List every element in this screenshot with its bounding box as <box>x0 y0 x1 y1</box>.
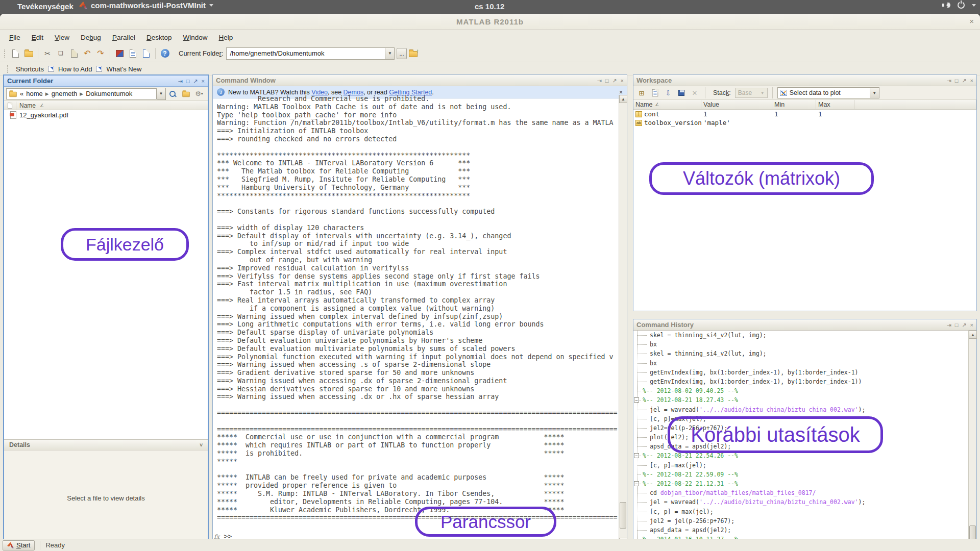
history-timestamp[interactable]: −%-- 2012-08-21 18.27.43 --% <box>633 395 976 405</box>
undo-button[interactable]: ↶ <box>81 47 94 60</box>
new-file-button[interactable] <box>9 47 22 60</box>
history-timestamp[interactable]: %-- 2012-08-02 09.40.25 --% <box>633 386 976 395</box>
maximize-icon[interactable]: □ <box>186 76 190 86</box>
command-history-vscrollbar[interactable]: ▲ ▼ <box>968 331 976 551</box>
clock[interactable]: cs 10.12 <box>475 2 504 11</box>
import-data-button[interactable]: ⇩ <box>663 88 674 98</box>
history-command[interactable]: [c, p]=max(jel); <box>633 461 976 470</box>
edit-variable-button[interactable] <box>649 88 660 98</box>
folder-up-button[interactable] <box>179 87 192 101</box>
plot-selector-combobox[interactable]: Select data to plot ▼ <box>777 87 879 98</box>
shortcut-whats-new[interactable]: What's New <box>106 65 141 73</box>
history-command[interactable]: getEnvIndex(img, bx(1:border_index-1), b… <box>633 368 976 377</box>
shortcut-how-to-add[interactable]: How to Add <box>58 65 92 73</box>
volume-icon[interactable] <box>942 2 950 9</box>
dock-icon[interactable]: ⇥ <box>178 76 182 86</box>
breadcrumb[interactable]: «home▶gnemeth▶Dokumentumok <box>6 88 157 99</box>
col-max[interactable]: Max <box>818 101 830 108</box>
history-command[interactable]: [c, p] = max(jel); <box>633 507 976 516</box>
undock-icon[interactable]: ↗ <box>193 76 198 86</box>
history-command[interactable]: jel = wavread('../../audio/biztu_china/b… <box>633 405 976 414</box>
redo-button[interactable]: ↷ <box>94 47 107 60</box>
history-command[interactable]: skel = thinning_si4_v2(lut, img); <box>633 331 976 340</box>
workspace-column-headers[interactable]: Name∠ Value Min Max <box>633 100 976 110</box>
window-close-icon[interactable]: × <box>969 17 974 26</box>
breadcrumb-item-dokumentumok[interactable]: Dokumentumok <box>86 90 132 97</box>
collapse-expander-icon[interactable]: − <box>634 453 639 458</box>
close-icon[interactable]: × <box>202 76 205 86</box>
name-column-header[interactable]: Name <box>19 102 36 109</box>
workspace-row-toolbox_version[interactable]: abtoolbox_version'maple' <box>633 118 976 127</box>
workspace-row-cont[interactable]: cont111 <box>633 110 976 118</box>
undock-icon[interactable]: ↗ <box>962 320 966 330</box>
scroll-up-icon[interactable]: ▲ <box>969 331 977 339</box>
simulink-button[interactable] <box>113 47 126 60</box>
col-name[interactable]: Name <box>635 101 652 108</box>
current-folder-header[interactable]: Current Folder ⇥ □ ↗ × <box>4 76 208 87</box>
sort-ascending-icon[interactable]: ∠ <box>40 103 44 108</box>
command-history-header[interactable]: Command History ⇥ □ ↗ × <box>633 319 976 331</box>
undock-icon[interactable]: ↗ <box>962 76 966 86</box>
activities-button[interactable]: Tevékenységek <box>17 2 74 11</box>
vscroll-thumb[interactable] <box>620 502 626 529</box>
menu-view[interactable]: View <box>50 32 75 43</box>
toolbar-drag-handle[interactable] <box>4 49 6 58</box>
menu-parallel[interactable]: Parallel <box>107 32 140 43</box>
details-collapse-icon[interactable]: ˅ <box>200 442 203 448</box>
breadcrumb-item-gnemeth[interactable]: gnemeth <box>52 90 78 97</box>
copy-button[interactable]: ❏ <box>54 47 67 60</box>
sort-ascending-icon[interactable]: ∠ <box>655 102 659 107</box>
command-window-output[interactable]: Research and Commercial use is prohibite… <box>217 95 619 544</box>
menu-window[interactable]: Window <box>178 32 212 43</box>
history-command[interactable]: jel = wavread('../../audio/biztu_china/b… <box>633 497 976 507</box>
breadcrumb-back[interactable]: « <box>20 90 23 97</box>
dock-icon[interactable]: ⇥ <box>946 76 951 86</box>
file-row[interactable]: 12_gyakorlat.pdf <box>4 110 208 120</box>
guide-button[interactable] <box>126 47 139 60</box>
file-list-header[interactable]: Name ∠ <box>4 101 208 110</box>
breadcrumb-item-home[interactable]: home <box>26 90 43 97</box>
workspace-header[interactable]: Workspace ⇥ □ ↗ × <box>633 75 976 86</box>
maximize-icon[interactable]: □ <box>955 76 959 86</box>
history-command[interactable]: jel2 = jel(p-256:p+767); <box>633 516 976 525</box>
menu-edit[interactable]: Edit <box>27 32 48 43</box>
browse-folder-button[interactable]: ... <box>397 48 406 59</box>
history-command[interactable]: skel = thinning_si4_v2(lut, img); <box>633 349 976 358</box>
close-icon[interactable]: × <box>970 320 973 330</box>
start-button[interactable]: Start <box>3 540 35 550</box>
command-window-vscrollbar[interactable]: ▲ ▼ <box>619 95 627 546</box>
command-window-header[interactable]: Command Window ⇥ □ ↗ × <box>213 75 627 86</box>
app-menu[interactable]: com-mathworks-util-PostVMInit <box>79 1 213 10</box>
power-icon[interactable] <box>958 2 965 9</box>
menu-file[interactable]: File <box>4 32 26 43</box>
scroll-up-icon[interactable]: ▲ <box>619 95 627 103</box>
history-command[interactable]: bx <box>633 340 976 349</box>
collapse-expander-icon[interactable]: − <box>634 481 639 486</box>
history-command[interactable]: getEnvIndex(img, bx(1:border_index-1), b… <box>633 377 976 386</box>
profiler-button[interactable] <box>139 47 153 60</box>
menu-help[interactable]: Help <box>214 32 238 43</box>
search-button[interactable] <box>166 87 179 101</box>
current-folder-dropdown-icon[interactable]: ▼ <box>385 48 394 59</box>
up-folder-button[interactable]: ↑ <box>407 47 420 60</box>
col-min[interactable]: Min <box>774 101 785 108</box>
maximize-icon[interactable]: □ <box>955 320 959 330</box>
undock-icon[interactable]: ↗ <box>612 76 617 86</box>
menu-debug[interactable]: Debug <box>76 32 106 43</box>
menu-desktop[interactable]: Desktop <box>141 32 177 43</box>
current-folder-combobox[interactable]: /home/gnemeth/Dokumentumok ▼ <box>226 47 395 60</box>
maximize-icon[interactable]: □ <box>605 76 609 86</box>
history-timestamp[interactable]: %-- 2012-08-21 22.59.09 --% <box>633 470 976 479</box>
col-value[interactable]: Value <box>703 101 719 108</box>
delete-variable-button[interactable]: ✕ <box>689 88 700 98</box>
dock-icon[interactable]: ⇥ <box>946 320 951 330</box>
save-workspace-button[interactable] <box>676 88 687 98</box>
paste-button[interactable] <box>67 47 81 60</box>
details-header[interactable]: Details ˅ <box>4 439 208 450</box>
breadcrumb-dropdown-icon[interactable]: ▼ <box>157 88 166 100</box>
shortcuts-drag-handle[interactable] <box>7 65 9 73</box>
help-button[interactable]: ? <box>158 47 172 60</box>
cut-button[interactable]: ✂ <box>41 47 54 60</box>
close-icon[interactable]: × <box>621 76 624 86</box>
history-command[interactable]: bx <box>633 359 976 368</box>
